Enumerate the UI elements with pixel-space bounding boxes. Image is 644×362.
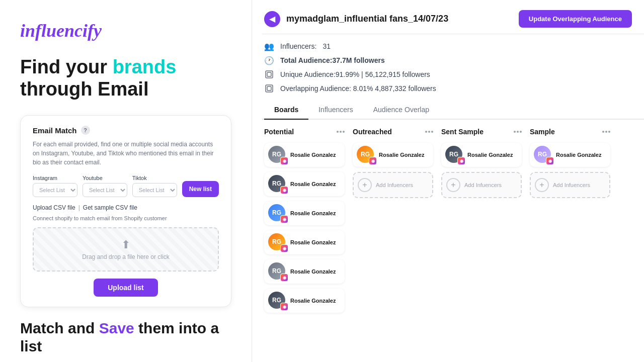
tiktok-group: Tiktok Select List xyxy=(132,175,177,197)
instagram-badge: ◉ xyxy=(280,303,288,311)
tab-boards[interactable]: Boards xyxy=(264,101,308,120)
tabs: Boards Influencers Audience Overlap xyxy=(252,101,644,120)
list-item[interactable]: RG ◉ Rosalie Gonzalez xyxy=(264,143,345,167)
bottom-headline: Match and Save them into a list xyxy=(20,319,231,355)
tiktok-label: Tiktok xyxy=(132,175,177,181)
add-influencer-card[interactable]: + Add Infuencers xyxy=(441,172,522,198)
csv-row: Upload CSV file | Get sample CSV file xyxy=(33,204,219,211)
new-list-button[interactable]: New list xyxy=(182,181,219,197)
dropzone-text: Drag and drop a file here or click xyxy=(44,253,208,260)
svg-rect-3 xyxy=(267,86,271,90)
avatar: RG ◉ xyxy=(268,292,286,310)
stat-total-audience: 🕐 Total Audience:37.7M followers xyxy=(264,55,632,65)
upload-list-button[interactable]: Upload list xyxy=(94,279,158,297)
board-sent-sample-title: Sent Sample xyxy=(441,128,484,136)
list-item[interactable]: RG ◉ Rosalie Gonzalez xyxy=(264,289,345,313)
headline-brands: brands xyxy=(113,56,177,77)
add-circle-icon: + xyxy=(446,178,460,192)
tab-influencers[interactable]: Influencers xyxy=(308,101,363,120)
add-influencer-card[interactable]: + Add Infuencers xyxy=(353,172,433,198)
influencer-name: Rosalie Gonzalez xyxy=(379,151,424,158)
tiktok-select[interactable]: Select List xyxy=(132,183,177,197)
influencers-value: 31 xyxy=(323,42,331,50)
instagram-badge: ◉ xyxy=(457,157,465,165)
add-influencer-text: Add Infuencers xyxy=(464,182,502,188)
svg-rect-2 xyxy=(266,85,273,92)
list-item[interactable]: RG ◉ Rosalie Gonzalez xyxy=(530,143,610,167)
board-potential-title: Potential xyxy=(264,128,294,136)
board-sample-title: Sample xyxy=(530,128,555,136)
select-row: Instagram Select List Youtube Select Lis… xyxy=(33,175,219,197)
add-circle-icon: + xyxy=(358,178,372,192)
list-item[interactable]: RG ◉ Rosalie Gonzalez xyxy=(441,143,522,167)
right-header: ◀ mymadglam_influential fans_14/07/23 Up… xyxy=(252,0,644,34)
influencers-label: Influencers: xyxy=(280,42,316,50)
help-icon[interactable]: ? xyxy=(81,126,90,135)
list-item[interactable]: RG ◉ Rosalie Gonzalez xyxy=(353,143,433,167)
headline-text1: Find your xyxy=(20,56,113,77)
board-potential-menu[interactable] xyxy=(337,131,345,133)
board-outreached-header: Outreached xyxy=(353,128,433,136)
board-outreached: Outreached RG ◉ Rosalie Gonzalez + Add I… xyxy=(353,128,433,354)
instagram-select[interactable]: Select List xyxy=(33,183,77,197)
avatar: RG ◉ xyxy=(534,146,552,164)
board-sample-menu[interactable] xyxy=(602,131,610,133)
shopify-text: Connect shopify to match email from Shop… xyxy=(33,215,219,221)
overlapping-audience-icon xyxy=(264,83,274,94)
unique-audience-text: Unique Audience:91.99% | 56,122,915 foll… xyxy=(280,70,430,78)
header-left: ◀ mymadglam_influential fans_14/07/23 xyxy=(264,11,448,27)
board-outreached-title: Outreached xyxy=(353,128,392,136)
board-sent-sample-header: Sent Sample xyxy=(441,128,522,136)
influencer-name: Rosalie Gonzalez xyxy=(467,151,513,158)
sample-csv-link[interactable]: Get sample CSV file xyxy=(83,204,137,211)
youtube-label: Youtube xyxy=(83,175,127,181)
instagram-badge: ◉ xyxy=(280,186,288,194)
board-outreached-menu[interactable] xyxy=(425,131,433,133)
headline-text2: through Email xyxy=(20,78,148,100)
list-item[interactable]: RG ◉ Rosalie Gonzalez xyxy=(264,201,345,225)
add-influencer-text: Add Infuencers xyxy=(553,182,590,188)
tab-audience-overlap[interactable]: Audience Overlap xyxy=(363,101,439,120)
influencer-name: Rosalie Gonzalez xyxy=(290,268,336,275)
svg-rect-1 xyxy=(267,72,271,76)
stats-section: 👥 Influencers: 31 🕐 Total Audience:37.7M… xyxy=(252,34,644,99)
email-match-title: Email Match xyxy=(33,126,77,135)
youtube-select[interactable]: Select List xyxy=(83,183,127,197)
board-sample-header: Sample xyxy=(530,128,610,136)
total-audience-label: Total Audience:37.7M followers xyxy=(280,56,385,64)
instagram-label: Instagram xyxy=(33,175,77,181)
youtube-group: Youtube Select List xyxy=(83,175,127,197)
board-sample: Sample RG ◉ Rosalie Gonzalez + Add Infue… xyxy=(530,128,610,354)
instagram-badge: ◉ xyxy=(280,244,288,252)
list-item[interactable]: RG ◉ Rosalie Gonzalez xyxy=(264,259,345,284)
influencer-name: Rosalie Gonzalez xyxy=(290,180,336,188)
campaign-title: mymadglam_influential fans_14/07/23 xyxy=(286,14,448,24)
stat-overlapping-audience: Overlapping Audience: 8.01% 4,887,332 fo… xyxy=(264,83,632,94)
list-item[interactable]: RG ◉ Rosalie Gonzalez xyxy=(264,172,345,196)
email-match-card: Email Match ? For each email provided, f… xyxy=(20,115,231,307)
avatar: RG ◉ xyxy=(268,146,286,164)
headline: Find your brands through Email xyxy=(20,56,231,100)
add-influencer-card[interactable]: + Add Infuencers xyxy=(530,172,610,198)
dropzone[interactable]: ⬆ Drag and drop a file here or click xyxy=(33,227,219,272)
unique-audience-icon xyxy=(264,69,274,79)
board-sent-sample-menu[interactable] xyxy=(514,131,522,133)
instagram-badge: ◉ xyxy=(280,215,288,223)
board-sent-sample: Sent Sample RG ◉ Rosalie Gonzalez + Add … xyxy=(441,128,522,354)
list-item[interactable]: RG ◉ Rosalie Gonzalez xyxy=(264,230,345,254)
avatar: RG ◉ xyxy=(445,146,463,164)
instagram-badge: ◉ xyxy=(369,157,377,165)
email-card-header: Email Match ? xyxy=(33,126,219,135)
upload-csv-link[interactable]: Upload CSV file xyxy=(33,204,75,211)
svg-rect-0 xyxy=(266,71,273,78)
logo-text: influenci xyxy=(20,21,88,41)
logo-accent: fy xyxy=(88,21,102,41)
overlapping-audience-text: Overlapping Audience: 8.01% 4,887,332 fo… xyxy=(280,84,436,93)
board-potential-header: Potential xyxy=(264,128,345,136)
board-potential: Potential RG ◉ Rosalie Gonzalez RG ◉ Ros… xyxy=(264,128,345,354)
update-overlapping-button[interactable]: Update Overlapping Audience xyxy=(519,10,632,28)
stat-influencers: 👥 Influencers: 31 xyxy=(264,41,632,51)
stat-unique-audience: Unique Audience:91.99% | 56,122,915 foll… xyxy=(264,69,632,79)
instagram-group: Instagram Select List xyxy=(33,175,77,197)
back-button[interactable]: ◀ xyxy=(264,11,280,27)
